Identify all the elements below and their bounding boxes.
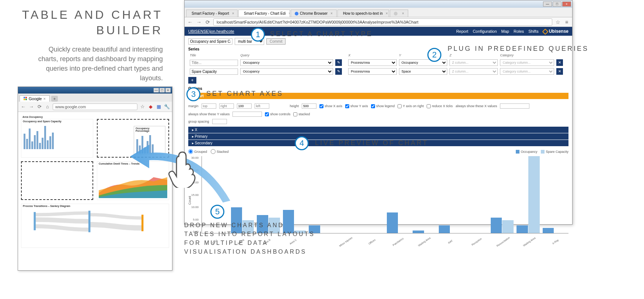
series-cat-select[interactable]: Category column... [500,59,554,66]
close-icon[interactable]: × [165,88,171,92]
series-title-input[interactable] [190,60,238,66]
nav-report[interactable]: Report [456,29,468,34]
home-icon[interactable]: ⌂ [45,104,50,110]
callout-4: LIVE PREVIEW OF CHART [315,139,428,147]
series-query-select[interactable]: Occupancy [240,59,333,66]
svg-rect-0 [24,97,25,98]
callout-3: SET CHART AXES [206,90,283,98]
bar [543,228,554,233]
mini-bar-chart-1: Occupancy and Spare Capacity [21,119,93,158]
minimize-icon[interactable]: — [543,1,552,7]
bar [517,225,528,233]
margin-left-input[interactable] [255,103,269,109]
back-icon[interactable]: ← [20,104,26,110]
height-input[interactable] [302,103,316,109]
delete-series-button[interactable]: ✕ [556,59,563,66]
series-x-select[interactable]: ProcessArea [348,68,396,75]
reduce-x-checkbox[interactable] [427,104,431,108]
star-icon[interactable]: ☆ [554,19,561,25]
google-favicon-icon [24,97,27,101]
wrench-icon[interactable]: 🔧 [164,104,170,110]
show-x-checkbox[interactable] [319,104,323,108]
nav-roles[interactable]: Roles [514,29,524,34]
series-y-select[interactable]: Occupancy [399,59,447,66]
edit-series-button[interactable]: ✎ [335,68,342,75]
callout-1: SELECT A CHART TYPE [270,30,373,38]
drop-target-2[interactable] [21,161,93,200]
series-x-select[interactable]: ProcessArea [348,59,396,66]
series-title-input[interactable] [190,68,238,75]
accordion-x[interactable]: ▸ X [188,127,568,133]
extension-icon[interactable]: ◆ [148,104,154,110]
svg-rect-5 [88,211,90,232]
series-z-select[interactable]: Z column... [449,68,498,75]
page-description: Quickly create beautiful and interesting… [0,38,173,83]
forward-icon[interactable]: → [28,104,34,110]
add-series-button[interactable]: + [188,77,196,84]
callout-2: PLUG IN PREDEFINED QUERIES [448,44,589,53]
stacked-checkbox[interactable] [293,112,297,116]
always-x-input[interactable] [500,103,529,109]
browser-tab[interactable]: How to speech-to-text in× [337,10,389,17]
reload-icon[interactable]: ⟳ [204,19,211,25]
mini-tab-google[interactable]: Google × [20,95,50,102]
tab-close-icon[interactable]: × [43,96,45,101]
chart-name-input[interactable] [188,38,232,45]
series-y-select[interactable]: Space [399,68,447,75]
delete-series-button[interactable]: ✕ [556,68,563,75]
nav-configuration[interactable]: Configuration [473,29,497,34]
forward-icon[interactable]: → [196,19,202,25]
y-right-checkbox[interactable] [398,104,402,108]
svg-rect-1 [25,97,27,98]
legend-swatch-2 [541,150,545,154]
svg-rect-6 [141,215,143,231]
show-y-checkbox[interactable] [345,104,349,108]
mini-body: Area Occupancy Occupancy and Spare Capac… [18,112,172,270]
axes-settings-row: margin height show X axis show Y axis sh… [185,101,572,119]
close-icon[interactable]: × [562,1,571,7]
browser-tab[interactable]: Chrome Browser× [291,10,337,17]
margin-top-input[interactable] [202,103,216,109]
series-cat-select[interactable]: Category column... [500,68,554,75]
always-y-input[interactable] [232,112,262,117]
minimize-icon[interactable]: — [154,88,159,92]
grouped-radio[interactable] [188,149,193,154]
mini-bar-chart-2[interactable]: Occupancy Percentage [134,126,165,155]
url-field[interactable]: localhost/SmartFactory/AI/Edit/Chart?id=… [213,18,552,26]
extension-icon-2[interactable]: ▦ [156,104,162,110]
show-controls-checkbox[interactable] [265,112,269,116]
mini-tabs: Google × + [18,94,172,102]
show-legend-checkbox[interactable] [371,104,375,108]
margin-bottom-input[interactable] [237,103,252,109]
maximize-icon[interactable]: □ [553,1,561,7]
series-query-select[interactable]: Occupancy [240,68,333,75]
browser-tabs: Smart Factory - Report×Smart Factory - C… [185,8,572,17]
nav-shifts[interactable]: Shifts [528,29,539,34]
marketing-left-panel: TABLE AND CHART BUILDER Quickly create b… [0,0,173,299]
mini-section-title: Area Occupancy [21,115,169,119]
maximize-icon[interactable]: □ [160,88,165,92]
group-spacing-input[interactable] [212,119,227,124]
stacked-radio[interactable] [211,149,216,154]
browser-tab[interactable]: × [390,10,408,17]
legend-swatch-1 [516,150,519,154]
mini-area-chart: Cumulative Dwell Times – Trends [97,161,169,200]
user-link[interactable]: UBISENSE\jon.heathcote [188,29,234,34]
edit-series-button[interactable]: ✎ [335,59,342,66]
browser-tab[interactable]: Smart Factory - Report× [186,10,238,17]
browser-tab[interactable]: Smart Factory - Chart Edi× [238,10,290,17]
bar [502,220,514,233]
star-icon[interactable]: ☆ [140,104,146,110]
new-tab-button[interactable]: + [51,96,58,102]
commit-button[interactable]: Commit [266,38,286,45]
margin-right-input[interactable] [219,103,234,109]
series-table: Title Query X Y Z Category Occupancy✎Pro… [188,52,568,76]
accordion-primary[interactable]: ▸ Primary [188,133,568,140]
ubisense-logo-icon [542,28,548,35]
series-z-select[interactable]: Z column... [449,59,498,66]
back-icon[interactable]: ← [187,19,193,25]
nav-map[interactable]: Map [501,29,509,34]
mini-url-field[interactable]: www.google.com [53,103,137,110]
reload-icon[interactable]: ⟳ [36,104,42,110]
menu-icon[interactable]: ≡ [563,19,570,25]
